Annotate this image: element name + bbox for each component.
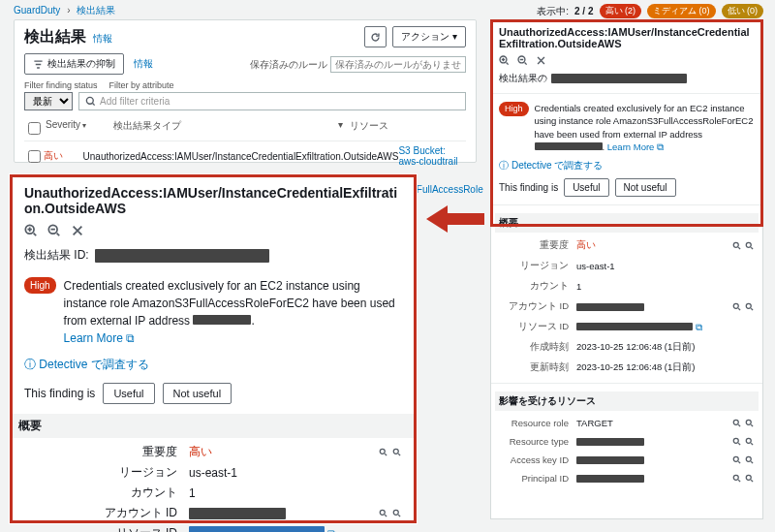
search-icon[interactable] <box>379 448 388 457</box>
search-icon[interactable] <box>392 509 402 518</box>
redacted-ip <box>193 315 251 325</box>
svg-point-4 <box>746 242 751 247</box>
zoom-in-icon[interactable] <box>24 224 38 237</box>
redacted-account <box>189 508 286 519</box>
this-finding-label: This finding is <box>24 387 95 400</box>
search-icon[interactable] <box>745 241 755 251</box>
svg-point-12 <box>746 456 751 461</box>
svg-point-10 <box>746 438 751 443</box>
learn-more-link[interactable]: Learn More ⧉ <box>64 331 136 345</box>
redacted-resource <box>576 323 693 330</box>
detail-title: UnauthorizedAccess:IAMUser/InstanceCrede… <box>24 185 402 216</box>
col-resource[interactable]: リソース <box>350 119 466 138</box>
not-useful-button[interactable]: Not useful <box>163 383 232 404</box>
finding-detail-panel: UnauthorizedAccess:IAMUser/InstanceCrede… <box>490 19 763 519</box>
useful-button[interactable]: Useful <box>103 383 154 404</box>
search-icon[interactable] <box>732 455 742 465</box>
row-type[interactable]: UnauthorizedAccess:IAMUser/InstanceCrede… <box>83 151 399 162</box>
close-icon[interactable] <box>71 224 84 237</box>
redacted-resource <box>189 526 325 532</box>
badge-high[interactable]: 高い (2) <box>600 4 642 18</box>
filter-status-label: Filter finding status <box>24 80 98 90</box>
affected-heading: 影響を受けるリソース <box>495 391 759 411</box>
useful-button[interactable]: Useful <box>564 178 608 197</box>
refresh-button[interactable] <box>364 26 387 47</box>
col-severity[interactable]: Severity▾ <box>46 119 100 138</box>
search-icon[interactable] <box>732 302 742 312</box>
alert-text: Credentials created exclusively for an E… <box>535 102 755 153</box>
badge-low[interactable]: 低い (0) <box>722 4 764 18</box>
search-icon[interactable] <box>392 448 402 457</box>
finding-detail-enlarged: UnauthorizedAccess:IAMUser/InstanceCrede… <box>10 174 417 523</box>
severity-pill: High <box>24 277 56 294</box>
breadcrumb: GuardDuty › 検出結果 <box>14 4 115 17</box>
findings-title: 検出結果 <box>24 28 86 45</box>
search-icon[interactable] <box>732 241 742 251</box>
row-resource[interactable]: S3 Bucket: aws-cloudtrail <box>398 145 457 167</box>
alert-text: Credentials created exclusively for an E… <box>64 277 402 347</box>
search-icon[interactable] <box>745 419 755 428</box>
svg-point-3 <box>733 242 738 247</box>
suppress-info-link[interactable]: 情報 <box>134 57 153 71</box>
search-icon[interactable] <box>745 455 755 465</box>
finding-id-label: 検出結果 ID: <box>24 247 89 264</box>
search-icon[interactable] <box>732 474 742 484</box>
svg-point-20 <box>393 510 398 515</box>
search-icon[interactable] <box>745 437 755 447</box>
zoom-in-icon[interactable] <box>499 55 510 66</box>
saved-rule-input[interactable] <box>330 56 466 73</box>
svg-point-9 <box>733 438 738 443</box>
saved-rule-label: 保存済みのルール <box>250 59 327 70</box>
row-checkbox[interactable] <box>28 150 41 163</box>
svg-point-6 <box>746 303 751 308</box>
svg-point-19 <box>380 510 385 515</box>
svg-point-11 <box>733 456 738 461</box>
breadcrumb-service[interactable]: GuardDuty <box>14 5 60 16</box>
search-icon[interactable] <box>379 509 388 518</box>
redacted-id <box>551 74 687 83</box>
callout-arrow <box>426 205 484 233</box>
detective-link[interactable]: ⓘ Detective で調査する <box>499 159 755 172</box>
badge-medium[interactable]: ミディアム (0) <box>647 4 716 18</box>
severity-pill: High <box>499 102 529 116</box>
select-all-checkbox[interactable] <box>28 122 41 135</box>
search-icon <box>85 96 96 107</box>
overview-heading: 概要 <box>13 414 414 438</box>
filter-criteria-input[interactable]: Add filter criteria <box>78 92 466 110</box>
redacted-ip <box>535 142 603 150</box>
breadcrumb-page: 検出結果 <box>77 5 115 16</box>
table-row[interactable]: 高い UnauthorizedAccess:IAMUser/InstanceCr… <box>24 141 466 172</box>
search-icon[interactable] <box>745 474 755 484</box>
resource-link[interactable]: ⧉ <box>189 526 336 532</box>
zoom-out-icon[interactable] <box>517 55 528 66</box>
this-finding-label: This finding is <box>499 182 558 193</box>
filter-icon <box>33 59 44 70</box>
detective-link[interactable]: ⓘ Detective で調査する <box>24 358 149 371</box>
not-useful-button[interactable]: Not useful <box>615 178 676 197</box>
svg-point-7 <box>733 420 738 424</box>
overview-heading: 概要 <box>495 213 759 233</box>
findings-count-summary: 表示中: 2 / 2 高い (2) ミディアム (0) 低い (0) <box>537 4 763 18</box>
row-severity: 高い <box>44 149 75 163</box>
svg-point-5 <box>733 303 738 308</box>
svg-point-13 <box>733 475 738 480</box>
info-link[interactable]: 情報 <box>93 33 112 44</box>
findings-panel: 検出結果 情報 アクション ▾ 検出結果の抑制 情報 保存済みのルール Filt… <box>14 19 477 163</box>
close-icon[interactable] <box>536 55 546 66</box>
filter-attr-label: Filter by attribute <box>109 80 174 90</box>
learn-more-link[interactable]: Learn More ⧉ <box>607 141 664 152</box>
actions-dropdown[interactable]: アクション ▾ <box>392 26 466 47</box>
suppress-findings-button[interactable]: 検出結果の抑制 <box>24 53 124 75</box>
redacted-id <box>95 249 269 263</box>
svg-point-0 <box>86 97 93 104</box>
filter-status-select[interactable]: 最新 <box>24 92 73 110</box>
col-type[interactable]: 検出結果タイプ <box>113 119 338 138</box>
search-icon[interactable] <box>732 437 742 447</box>
redacted-account <box>576 303 644 311</box>
showing-count: 2 / 2 <box>574 6 593 16</box>
svg-point-8 <box>746 420 751 424</box>
search-icon[interactable] <box>732 419 742 428</box>
search-icon[interactable] <box>745 302 755 312</box>
finding-id-prefix: 検出結果の <box>499 72 547 85</box>
zoom-out-icon[interactable] <box>47 224 61 237</box>
